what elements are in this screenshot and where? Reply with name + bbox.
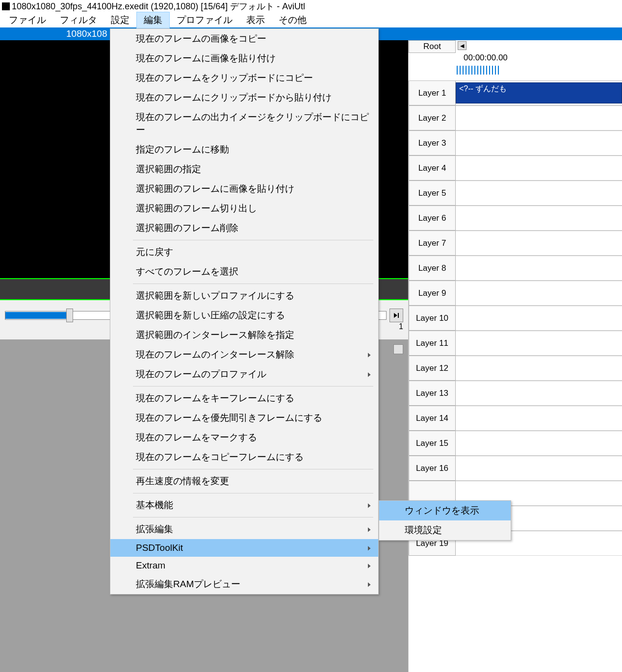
ctx-cur_interlace[interactable]: 現在のフレームのインターレース解除 xyxy=(110,345,378,364)
seek-fill xyxy=(5,312,69,319)
menu-bar: ファイル フィルタ 設定 編集 プロファイル 表示 その他 xyxy=(0,13,622,27)
menu-file[interactable]: ファイル xyxy=(2,12,53,28)
layer-row: Layer 10 xyxy=(409,306,622,331)
layer-row: Layer 12 xyxy=(409,356,622,381)
ctx-priority_frame[interactable]: 現在のフレームを優先間引きフレームにする xyxy=(110,408,378,428)
layer-track[interactable] xyxy=(456,381,622,406)
root-button[interactable]: Root xyxy=(409,40,456,53)
layer-row: Layer 4 xyxy=(409,155,622,181)
ctx-copy_frame[interactable]: 現在のフレームをコピーフレームにする xyxy=(110,447,378,467)
layer-label[interactable]: Layer 9 xyxy=(409,281,456,306)
layer-row: Layer 9 xyxy=(409,281,622,306)
ctx-separator xyxy=(133,284,373,284)
menu-settings[interactable]: 設定 xyxy=(104,12,136,28)
submenu-env-settings[interactable]: 環境設定 xyxy=(379,520,511,540)
layer-row: Layer 14 xyxy=(409,406,622,431)
layer-label[interactable]: Layer 7 xyxy=(409,231,456,256)
ctx-separator xyxy=(133,240,373,240)
layer-label[interactable]: Layer 13 xyxy=(409,381,456,406)
ctx-separator xyxy=(133,517,373,517)
ctx-mark_frame[interactable]: 現在のフレームをマークする xyxy=(110,428,378,447)
layer-row: Layer 2 xyxy=(409,105,622,130)
layer-label[interactable]: Layer 2 xyxy=(409,106,456,130)
ctx-basic[interactable]: 基本機能 xyxy=(110,495,378,515)
layer-label[interactable]: Layer 3 xyxy=(409,131,456,155)
menu-edit[interactable]: 編集 xyxy=(136,12,170,28)
ctx-cut_sel_range[interactable]: 選択範囲のフレーム切り出し xyxy=(110,199,378,218)
app-icon xyxy=(2,2,10,10)
layer-row: Layer 1<?-- ずんだも xyxy=(409,80,622,105)
layer-row: Layer 7 xyxy=(409,231,622,256)
ctx-paste_img_frame[interactable]: 現在のフレームに画像を貼り付け xyxy=(110,49,378,68)
layer-label[interactable]: Layer 1 xyxy=(409,81,456,105)
timecode: 00:00:00.00 xyxy=(456,53,622,63)
layer-label[interactable]: Layer 16 xyxy=(409,456,456,481)
layer-track[interactable]: <?-- ずんだも xyxy=(456,81,622,105)
layer-row: Layer 6 xyxy=(409,206,622,231)
layer-label[interactable]: Layer 4 xyxy=(409,156,456,181)
layer-track[interactable] xyxy=(456,456,622,481)
ctx-sel_new_compress[interactable]: 選択範囲を新しい圧縮の設定にする xyxy=(110,306,378,325)
ctx-copy_frame_img[interactable]: 現在のフレームの画像をコピー xyxy=(110,29,378,49)
timeline-ruler[interactable] xyxy=(456,63,622,75)
layer-label[interactable]: Layer 6 xyxy=(409,206,456,231)
ctx-del_sel_range[interactable]: 選択範囲のフレーム削除 xyxy=(110,218,378,238)
layer-track[interactable] xyxy=(456,106,622,130)
layer-row: Layer 5 xyxy=(409,181,622,206)
layer-track[interactable] xyxy=(456,331,622,356)
ctx-separator xyxy=(133,469,373,469)
ctx-rampreview[interactable]: 拡張編集RAMプレビュー xyxy=(110,574,378,594)
seek-thumb[interactable] xyxy=(66,309,73,322)
ctx-playback_info[interactable]: 再生速度の情報を変更 xyxy=(110,471,378,491)
layer-track[interactable] xyxy=(456,431,622,456)
layer-row: Layer 16 xyxy=(409,456,622,481)
ctx-sel_interlace_set[interactable]: 選択範囲のインターレース解除を指定 xyxy=(110,325,378,345)
layer-track[interactable] xyxy=(456,231,622,256)
seek-end-button[interactable] xyxy=(389,309,403,322)
layer-row: Layer 8 xyxy=(409,256,622,281)
layer-track[interactable] xyxy=(456,256,622,281)
timeline-clip[interactable]: <?-- ずんだも xyxy=(456,82,622,103)
menu-view[interactable]: 表示 xyxy=(239,12,272,28)
ctx-select_all[interactable]: すべてのフレームを選択 xyxy=(110,262,378,282)
layer-label[interactable]: Layer 15 xyxy=(409,431,456,456)
layer-label[interactable]: Layer 14 xyxy=(409,406,456,431)
menu-other[interactable]: その他 xyxy=(272,12,313,28)
layer-track[interactable] xyxy=(456,131,622,155)
ctx-copy_out_img[interactable]: 現在のフレームの出力イメージをクリップボードにコピー xyxy=(110,107,378,140)
ctx-psdtoolkit[interactable]: PSDToolKit xyxy=(110,539,378,557)
layer-track[interactable] xyxy=(456,406,622,431)
layer-row: Layer 15 xyxy=(409,431,622,456)
submenu-show-window[interactable]: ウィンドウを表示 xyxy=(379,501,511,520)
scroll-left-arrow[interactable]: ◀ xyxy=(458,41,466,50)
ctx-paste_sel_range[interactable]: 選択範囲のフレームに画像を貼り付け xyxy=(110,179,378,199)
menu-filter[interactable]: フィルタ xyxy=(53,12,104,28)
menu-profile[interactable]: プロファイル xyxy=(170,12,239,28)
layer-label[interactable]: Layer 8 xyxy=(409,256,456,281)
layer-track[interactable] xyxy=(456,306,622,331)
ctx-keyframe[interactable]: 現在のフレームをキーフレームにする xyxy=(110,388,378,408)
ctx-goto_frame[interactable]: 指定のフレームに移動 xyxy=(110,140,378,159)
ctx-copy_frame_clip[interactable]: 現在のフレームをクリップボードにコピー xyxy=(110,68,378,88)
timeline-panel: Root ◀ 00:00:00.00 Layer 1<?-- ずんだもLayer… xyxy=(408,40,622,672)
layer-track[interactable] xyxy=(456,156,622,181)
layer-track[interactable] xyxy=(456,206,622,231)
layer-label[interactable]: Layer 10 xyxy=(409,306,456,331)
ctx-separator xyxy=(133,493,373,493)
ctx-extram[interactable]: Extram xyxy=(110,557,378,574)
ctx-cur_profile[interactable]: 現在のフレームのプロファイル xyxy=(110,364,378,384)
ctx-separator xyxy=(133,386,373,387)
layer-track[interactable] xyxy=(456,281,622,306)
ctx-exedit[interactable]: 拡張編集 xyxy=(110,519,378,539)
layer-track[interactable] xyxy=(456,356,622,381)
layer-label[interactable]: Layer 5 xyxy=(409,181,456,206)
ctx-sel_range[interactable]: 選択範囲の指定 xyxy=(110,159,378,179)
ctx-paste_clip_frame[interactable]: 現在のフレームにクリップボードから貼り付け xyxy=(110,88,378,107)
layer-label[interactable]: Layer 12 xyxy=(409,356,456,381)
ctx-sel_new_profile[interactable]: 選択範囲を新しいプロファイルにする xyxy=(110,286,378,306)
ctx-undo[interactable]: 元に戻す xyxy=(110,242,378,262)
psdtoolkit-submenu: ウィンドウを表示 環境設定 xyxy=(379,500,511,541)
layer-track[interactable] xyxy=(456,181,622,206)
layer-label[interactable]: Layer 11 xyxy=(409,331,456,356)
blue-strip-text: 1080x108 xyxy=(66,28,107,39)
